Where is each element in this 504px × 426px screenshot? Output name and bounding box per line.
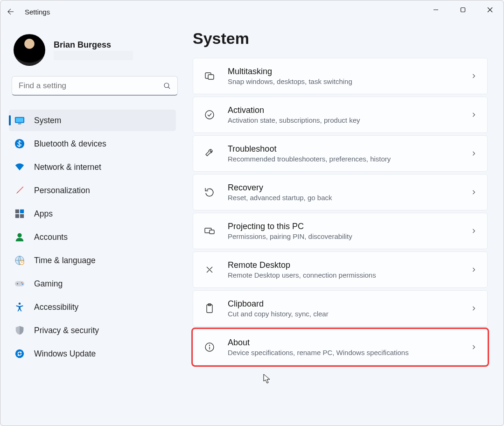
- minimize-button[interactable]: [422, 0, 449, 19]
- settings-card-troubleshoot[interactable]: TroubleshootRecommended troubleshooters,…: [193, 135, 488, 172]
- globe-icon: [14, 255, 25, 265]
- card-title: About: [228, 338, 458, 348]
- settings-card-clipboard[interactable]: ClipboardCut and copy history, sync, cle…: [193, 290, 488, 327]
- card-title: Clipboard: [228, 299, 458, 309]
- card-text: RecoveryReset, advanced startup, go back: [228, 183, 458, 202]
- project-icon: [203, 225, 216, 237]
- svg-rect-10: [15, 210, 19, 213]
- chevron-right-icon: [470, 305, 477, 312]
- nav-item-system[interactable]: System: [9, 110, 176, 131]
- body: Brian Burgess System Bluetooth & devices: [0, 23, 504, 365]
- maximize-button[interactable]: [449, 0, 476, 19]
- settings-card-about[interactable]: AboutDevice specifications, rename PC, W…: [193, 329, 488, 365]
- nav-item-personalization[interactable]: Personalization: [9, 180, 176, 201]
- card-subtitle: Reset, advanced startup, go back: [228, 194, 458, 202]
- search-input[interactable]: [12, 76, 178, 96]
- card-title: Multitasking: [228, 67, 458, 77]
- card-subtitle: Permissions, pairing PIN, discoverabilit…: [228, 232, 458, 240]
- card-subtitle: Cut and copy history, sync, clear: [228, 310, 458, 318]
- nav-item-network[interactable]: Network & internet: [9, 156, 176, 178]
- svg-point-19: [21, 282, 22, 283]
- brush-icon: [14, 185, 25, 196]
- sidebar: Brian Burgess System Bluetooth & devices: [0, 23, 182, 365]
- settings-card-project[interactable]: Projecting to this PCPermissions, pairin…: [193, 213, 488, 249]
- chevron-right-icon: [470, 189, 477, 196]
- nav-item-time-language[interactable]: Time & language: [9, 250, 176, 271]
- app-title: Settings: [21, 8, 50, 16]
- search-box: [12, 76, 178, 96]
- svg-rect-1: [461, 8, 465, 12]
- svg-point-18: [17, 283, 18, 285]
- multitasking-icon: [203, 70, 216, 82]
- card-title: Troubleshoot: [228, 144, 458, 154]
- card-title: Recovery: [228, 183, 458, 193]
- svg-rect-12: [15, 214, 19, 218]
- update-icon: [14, 349, 25, 359]
- avatar: [14, 34, 45, 66]
- back-button[interactable]: [0, 0, 21, 23]
- chevron-right-icon: [470, 112, 477, 118]
- user-block[interactable]: Brian Burgess: [14, 34, 176, 66]
- search-icon: [163, 82, 171, 90]
- svg-point-25: [205, 111, 214, 119]
- svg-point-31: [210, 345, 210, 346]
- card-text: Projecting to this PCPermissions, pairin…: [228, 222, 458, 240]
- svg-rect-24: [208, 75, 214, 79]
- card-text: Remote DesktopRemote Desktop users, conn…: [228, 260, 458, 279]
- card-subtitle: Snap windows, desktops, task switching: [228, 77, 458, 85]
- nav-label: Privacy & security: [34, 326, 99, 335]
- nav-label: Time & language: [34, 256, 96, 265]
- gaming-icon: [14, 279, 25, 289]
- svg-point-21: [19, 302, 21, 305]
- card-text: AboutDevice specifications, rename PC, W…: [228, 338, 458, 356]
- nav-label: System: [34, 116, 61, 126]
- nav-item-privacy[interactable]: Privacy & security: [9, 320, 176, 341]
- svg-line-5: [168, 87, 170, 89]
- system-icon: [14, 115, 25, 126]
- minimize-icon: [433, 7, 439, 13]
- nav-item-accessibility[interactable]: Accessibility: [9, 296, 176, 318]
- svg-point-20: [22, 284, 23, 285]
- svg-point-14: [17, 233, 21, 237]
- card-text: ActivationActivation state, subscription…: [228, 105, 458, 124]
- settings-card-multitasking[interactable]: MultitaskingSnap windows, desktops, task…: [193, 58, 488, 94]
- nav-label: Personalization: [34, 186, 90, 196]
- card-title: Projecting to this PC: [228, 222, 458, 231]
- user-sub-redacted: [54, 51, 133, 60]
- about-icon: [203, 341, 216, 353]
- chevron-right-icon: [470, 228, 477, 234]
- chevron-right-icon: [470, 266, 477, 273]
- card-title: Remote Desktop: [228, 260, 458, 270]
- settings-card-activation[interactable]: ActivationActivation state, subscription…: [193, 97, 488, 133]
- nav-label: Gaming: [34, 279, 63, 289]
- nav-label: Windows Update: [34, 349, 96, 359]
- nav-label: Bluetooth & devices: [34, 139, 106, 149]
- recovery-icon: [203, 186, 216, 198]
- settings-card-recovery[interactable]: RecoveryReset, advanced startup, go back: [193, 174, 488, 210]
- nav-list: System Bluetooth & devices Network & int…: [9, 110, 176, 364]
- card-subtitle: Remote Desktop users, connection permiss…: [228, 271, 458, 279]
- shield-icon: [14, 325, 25, 335]
- close-button[interactable]: [476, 0, 504, 19]
- svg-rect-11: [20, 210, 24, 213]
- card-title: Activation: [228, 105, 458, 115]
- nav-item-apps[interactable]: Apps: [9, 203, 176, 224]
- user-text: Brian Burgess: [54, 40, 133, 60]
- cursor-pointer-icon: [263, 374, 272, 384]
- bluetooth-icon: [14, 139, 25, 149]
- title-bar: Settings: [0, 0, 504, 23]
- nav-item-gaming[interactable]: Gaming: [9, 273, 176, 294]
- nav-item-bluetooth[interactable]: Bluetooth & devices: [9, 133, 176, 154]
- card-subtitle: Device specifications, rename PC, Window…: [228, 349, 458, 356]
- card-text: MultitaskingSnap windows, desktops, task…: [228, 67, 458, 85]
- troubleshoot-icon: [203, 147, 216, 160]
- main-content: System MultitaskingSnap windows, desktop…: [182, 23, 504, 365]
- nav-item-accounts[interactable]: Accounts: [9, 226, 176, 248]
- nav-label: Accessibility: [34, 302, 78, 312]
- settings-card-remote[interactable]: Remote DesktopRemote Desktop users, conn…: [193, 251, 488, 288]
- arrow-left-icon: [7, 7, 15, 16]
- activation-icon: [203, 109, 216, 121]
- maximize-icon: [460, 7, 466, 13]
- accessibility-icon: [14, 302, 25, 312]
- nav-item-windows-update[interactable]: Windows Update: [9, 343, 176, 364]
